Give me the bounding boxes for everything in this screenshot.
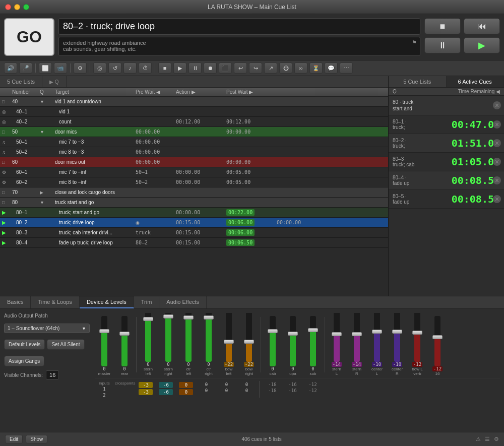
play2-btn[interactable]: ▶: [173, 62, 186, 74]
go-button[interactable]: GO: [4, 18, 54, 56]
table-row[interactable]: ▶ 80–2 truck; drive loop ◉ 00:15.00 00:0…: [0, 218, 388, 228]
col-post-wait[interactable]: Post Wait ▶: [224, 89, 275, 95]
table-row[interactable]: ▶ 80–1 truck; start and go 00:00.00 00:2…: [0, 208, 388, 218]
screen-btn[interactable]: ⬜: [39, 62, 52, 74]
active-cue-close[interactable]: ×: [493, 120, 501, 129]
set-all-silent-button[interactable]: Set All Silent: [47, 339, 84, 350]
record-btn[interactable]: ⏺: [204, 62, 217, 74]
active-cue-item[interactable]: 80–5 · fade up 00:08.50 ×: [389, 190, 504, 209]
close-button[interactable]: [5, 4, 11, 10]
stop-button[interactable]: ■: [424, 18, 461, 34]
fader-track[interactable]: [374, 313, 380, 362]
table-row[interactable]: □ 70 ▶ close and lock cargo doors: [0, 187, 388, 198]
undo-btn[interactable]: ↩: [234, 62, 247, 74]
speaker-btn[interactable]: 🔊: [4, 62, 17, 74]
active-cue-close[interactable]: ×: [493, 158, 501, 166]
active-cue-item[interactable]: 80–1 · truck; 00:47.00 ×: [389, 115, 504, 134]
fader-track[interactable]: [226, 313, 232, 362]
tab-cue-lists[interactable]: 5 Cue Lists: [0, 76, 42, 87]
table-row[interactable]: ◎ 40–2 count 00:12.00 00:12.00: [0, 117, 388, 127]
fader-track[interactable]: [206, 313, 212, 362]
fader-track[interactable]: [246, 313, 252, 362]
stop2-btn[interactable]: ■: [158, 62, 171, 74]
fader-track[interactable]: [354, 313, 360, 362]
camera-btn[interactable]: 📹: [54, 62, 67, 74]
fader-track[interactable]: [165, 313, 171, 362]
fader-track[interactable]: [334, 313, 340, 362]
fader-track[interactable]: [290, 316, 296, 366]
rewind-button[interactable]: ⏮: [464, 18, 500, 34]
fader-track[interactable]: [185, 313, 192, 362]
fader-track[interactable]: [270, 316, 276, 366]
fader-track[interactable]: [145, 313, 151, 362]
audio-output-select[interactable]: 1 – Soundflower (64ch) ▼: [4, 324, 90, 333]
chat-btn[interactable]: 💬: [325, 62, 338, 74]
redo-btn[interactable]: ↪: [249, 62, 262, 74]
loop-btn[interactable]: ↺: [108, 62, 121, 74]
tab-basics[interactable]: Basics: [0, 296, 31, 308]
dots-btn[interactable]: ⋯: [340, 62, 353, 74]
active-cue-close[interactable]: ×: [493, 101, 501, 109]
table-row[interactable]: ⚙ 60–1 mic 7 to −inf 50–1 00:00.00 00:05…: [0, 167, 388, 177]
fade-btn[interactable]: ⬛: [219, 62, 232, 74]
table-row[interactable]: □ 40 ▼ vid 1 and countdown: [0, 97, 388, 107]
col-pre-wait[interactable]: Pre Wait ◀: [134, 89, 174, 95]
active-cue-close[interactable]: ×: [493, 139, 501, 147]
col-action[interactable]: Action ▶: [174, 89, 224, 95]
table-row[interactable]: □ 80 ▼ truck start and go: [0, 198, 388, 208]
mixer-btn[interactable]: ⚙: [74, 62, 87, 74]
table-row[interactable]: ▶ 80–3 truck; cab interior drivi... truc…: [0, 228, 388, 238]
fader-track[interactable]: [394, 313, 400, 362]
input-box[interactable]: -3: [139, 389, 153, 395]
play-button[interactable]: ▶: [464, 37, 500, 53]
table-row[interactable]: □ 60 door mics out 00:00.00 00:00.00: [0, 157, 388, 167]
mic-btn[interactable]: 🎤: [19, 62, 32, 74]
col-number[interactable]: Number: [10, 89, 38, 95]
tab-trim[interactable]: Trim: [134, 296, 160, 308]
tab-active-cues-secondary[interactable]: ▶ Q: [42, 76, 67, 87]
minimize-button[interactable]: [14, 4, 20, 10]
tab-time-loops[interactable]: Time & Loops: [31, 296, 79, 308]
default-levels-button[interactable]: Default Levels: [4, 339, 45, 350]
fader-track[interactable]: [434, 316, 440, 366]
active-cue-close[interactable]: ×: [493, 176, 501, 184]
input-box[interactable]: -6: [159, 389, 173, 395]
fader-track[interactable]: [310, 316, 316, 366]
tab-device-levels[interactable]: Device & Levels: [80, 296, 134, 308]
pause-button[interactable]: ⏸: [424, 37, 461, 53]
active-cue-item[interactable]: 80–4 · fade up 00:08.50 ×: [389, 171, 504, 190]
tab-5-cue-lists[interactable]: 5 Cue Lists: [389, 76, 447, 87]
fader-track[interactable]: [414, 313, 420, 362]
active-cue-close[interactable]: ×: [493, 195, 501, 203]
show-button[interactable]: Show: [26, 435, 47, 443]
active-cue-item[interactable]: 80 · truckstart and ×: [389, 96, 504, 115]
active-cue-item[interactable]: 80–3 · truck; cab 01:05.00 ×: [389, 153, 504, 171]
input-box[interactable]: -3: [139, 382, 153, 388]
col-target[interactable]: Target: [53, 89, 134, 95]
link-btn[interactable]: ∞: [294, 62, 307, 74]
table-row[interactable]: ♫ 50–2 mic 8 to −3 00:00.00: [0, 147, 388, 157]
power-btn[interactable]: ⏻: [279, 62, 292, 74]
pause2-btn[interactable]: ⏸: [188, 62, 202, 74]
table-row[interactable]: ◎ 40–1 vid 1: [0, 107, 388, 117]
fader-track[interactable]: [121, 316, 128, 366]
goto-btn[interactable]: ↗: [264, 62, 277, 74]
tab-6-active-cues[interactable]: 6 Active Cues: [447, 76, 505, 87]
input-box[interactable]: -6: [159, 382, 173, 388]
maximize-button[interactable]: [23, 4, 29, 10]
assign-gangs-button[interactable]: Assign Gangs: [4, 356, 44, 366]
input-box[interactable]: 0: [179, 382, 193, 388]
table-row[interactable]: ▶ 80–4 fade up truck; drive loop 80–2 00…: [0, 238, 388, 248]
input-box[interactable]: 0: [179, 389, 193, 395]
window-controls[interactable]: [5, 4, 29, 10]
table-row[interactable]: ⚙ 60–2 mic 8 to −inf 50–2 00:00.00 00:05…: [0, 177, 388, 187]
timer-btn[interactable]: ⏳: [309, 62, 323, 74]
active-cue-item[interactable]: 80–2 · truck; 01:51.00 ×: [389, 134, 504, 153]
target-btn[interactable]: ◎: [93, 62, 106, 74]
tab-audio-effects[interactable]: Audio Effects: [159, 296, 207, 308]
clock-btn[interactable]: ⏱: [139, 62, 152, 74]
music-btn[interactable]: ♪: [123, 62, 137, 74]
table-row[interactable]: ♫ 50–1 mic 7 to −3 00:00.00: [0, 137, 388, 147]
col-q[interactable]: Q: [38, 89, 53, 95]
table-row[interactable]: □ 50 ▼ door mics 00:00.00 00:00.00: [0, 127, 388, 137]
